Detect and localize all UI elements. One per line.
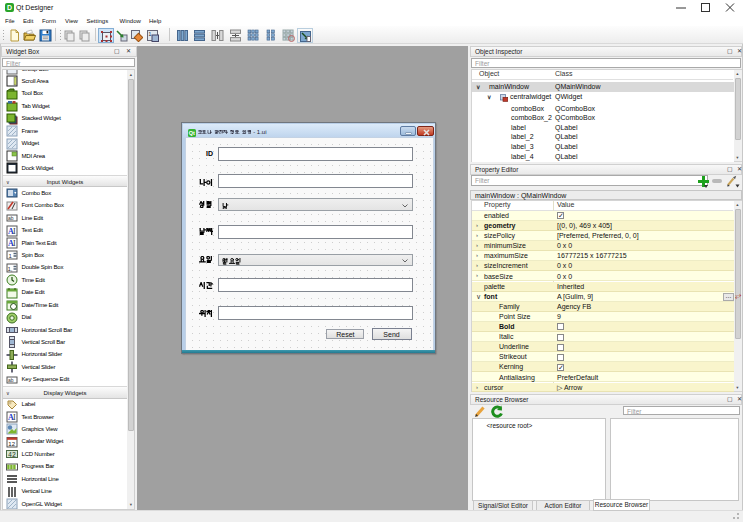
svg-text:I: I: [13, 227, 16, 236]
svg-text:I: I: [13, 239, 16, 248]
svg-text:1: 1: [149, 30, 152, 36]
svg-text:ab: ab: [8, 377, 14, 383]
svg-text:12: 12: [8, 440, 15, 446]
svg-text:ab: ab: [8, 215, 14, 221]
svg-text:1,: 1,: [8, 265, 13, 271]
svg-text:42: 42: [8, 452, 16, 459]
svg-text:I: I: [13, 413, 16, 422]
